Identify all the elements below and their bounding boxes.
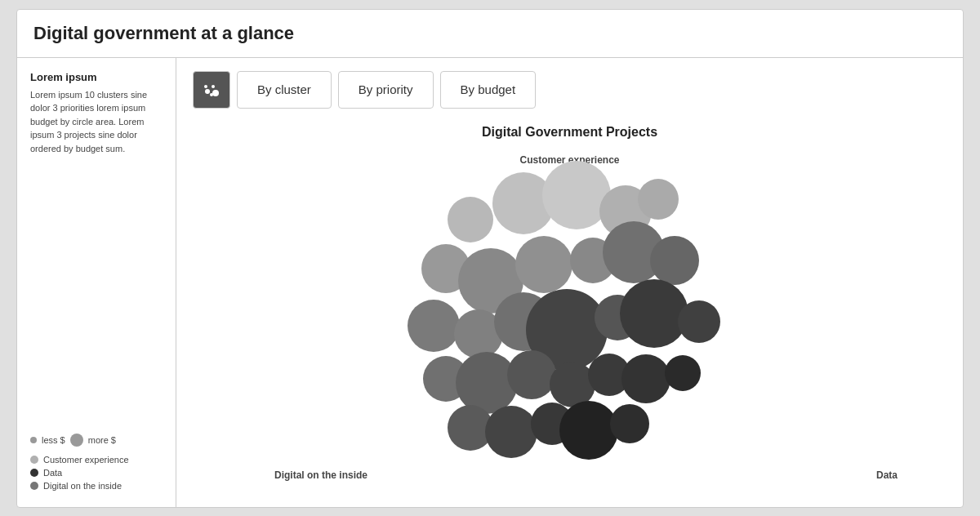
legend-data: Data <box>30 468 163 478</box>
sidebar: Lorem ipsum Lorem ipsum 10 clusters sine… <box>17 58 176 507</box>
bubble <box>638 179 679 220</box>
by-priority-button[interactable]: By priority <box>338 71 434 109</box>
main-content: Lorem ipsum Lorem ipsum 10 clusters sine… <box>17 58 963 507</box>
bubble-chart-icon <box>202 80 221 100</box>
label-digital: Digital on the inside <box>274 469 368 481</box>
svg-point-3 <box>204 85 207 88</box>
bubble <box>620 279 688 348</box>
legend-less-label: less $ <box>42 435 65 445</box>
digital-color-dot <box>30 482 38 490</box>
chart-area: Digital Government Projects Customer exp… <box>193 125 947 497</box>
bubble <box>559 401 618 460</box>
legend-digital: Digital on the inside <box>30 481 163 491</box>
bubble <box>485 406 537 458</box>
bubble-chart-icon-button[interactable] <box>193 71 230 109</box>
toolbar: By cluster By priority By budget <box>193 71 947 109</box>
sidebar-top: Lorem ipsum Lorem ipsum 10 clusters sine… <box>30 71 163 156</box>
bubble <box>621 354 670 403</box>
sidebar-heading: Lorem ipsum <box>30 71 163 83</box>
legend-more-label: more $ <box>88 435 116 445</box>
sidebar-description: Lorem ipsum 10 clusters sine dolor 3 pri… <box>30 88 163 156</box>
data-label: Data <box>43 468 62 478</box>
bubble <box>448 197 493 242</box>
bubble <box>665 355 701 391</box>
svg-point-0 <box>205 89 210 94</box>
legend-size: less $ more $ <box>30 434 163 447</box>
by-cluster-button[interactable]: By cluster <box>237 71 332 109</box>
bubble <box>650 236 699 285</box>
svg-point-1 <box>212 85 215 88</box>
chart-title: Digital Government Projects <box>193 125 947 140</box>
page-title: Digital government at a glance <box>33 23 947 44</box>
label-data: Data <box>876 469 898 481</box>
right-panel: By cluster By priority By budget Digital… <box>176 58 963 507</box>
size-large-dot <box>70 434 83 447</box>
page-header: Digital government at a glance <box>17 10 963 58</box>
by-budget-button[interactable]: By budget <box>440 71 537 109</box>
digital-label: Digital on the inside <box>43 481 122 491</box>
svg-point-4 <box>210 93 213 96</box>
svg-point-2 <box>212 90 219 96</box>
bubble <box>507 350 556 399</box>
customer-color-dot <box>30 456 38 464</box>
bubble-chart: Customer experience Digital on the insid… <box>193 146 947 497</box>
main-container: Digital government at a glance Lorem ips… <box>16 9 964 508</box>
data-color-dot <box>30 469 38 477</box>
size-small-dot <box>30 437 37 443</box>
bubble <box>678 300 720 343</box>
legend-customer: Customer experience <box>30 455 163 465</box>
bubble <box>408 300 460 352</box>
sidebar-bottom: less $ more $ Customer experience Data D… <box>30 434 163 494</box>
customer-label: Customer experience <box>43 455 129 465</box>
bubble <box>610 404 649 443</box>
bubble <box>515 236 572 293</box>
